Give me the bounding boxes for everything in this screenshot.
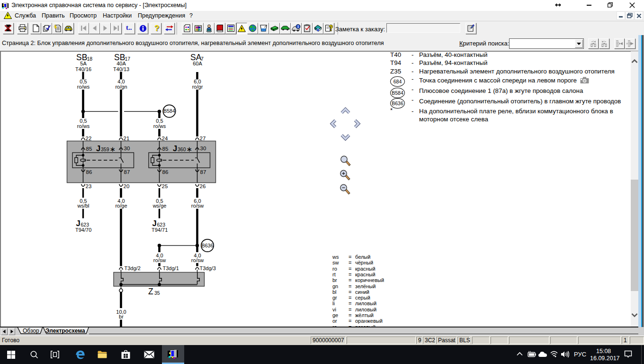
- svg-text:25: 25: [162, 183, 168, 189]
- svg-text:35: 35: [154, 290, 160, 296]
- svg-text:ws/ge: ws/ge: [152, 203, 167, 209]
- svg-text:21: 21: [124, 136, 130, 141]
- svg-text:Электросхема: Электросхема: [45, 328, 85, 334]
- svg-text:ro/gr: ro/gr: [192, 84, 203, 90]
- svg-text:30: 30: [200, 146, 206, 151]
- svg-text:ro/ge: ro/ge: [115, 203, 127, 209]
- svg-text:J: J: [96, 144, 100, 153]
- svg-text:T3dg/2: T3dg/2: [125, 265, 141, 271]
- svg-text:86: 86: [162, 169, 169, 175]
- svg-text:J: J: [152, 219, 157, 228]
- svg-text:T40/16: T40/16: [75, 66, 91, 72]
- svg-text:B636: B636: [202, 243, 214, 248]
- svg-text:J: J: [173, 144, 177, 153]
- svg-text:85: 85: [162, 146, 169, 152]
- svg-text:T94/71: T94/71: [152, 227, 168, 233]
- svg-text:ws/bl: ws/bl: [77, 203, 89, 209]
- svg-text:5A: 5A: [80, 61, 87, 66]
- svg-text:ro/sw: ro/sw: [153, 257, 166, 263]
- svg-text:B584: B584: [163, 108, 175, 114]
- svg-text:ro/sw: ro/sw: [191, 257, 204, 263]
- svg-text:22: 22: [86, 136, 92, 141]
- svg-text:24: 24: [162, 136, 168, 141]
- svg-text:Обзор: Обзор: [23, 328, 39, 334]
- svg-text:ro/ws: ro/ws: [153, 123, 166, 129]
- svg-text:Z: Z: [148, 287, 153, 296]
- svg-text:87: 87: [124, 169, 130, 175]
- svg-text:85: 85: [86, 146, 92, 152]
- svg-text:∗: ∗: [110, 145, 116, 153]
- svg-text:86: 86: [86, 169, 92, 175]
- svg-text:br: br: [119, 314, 124, 319]
- svg-text:∗: ∗: [187, 145, 193, 153]
- svg-text:30: 30: [124, 146, 130, 151]
- svg-text:27: 27: [200, 136, 206, 141]
- svg-text:T94/70: T94/70: [75, 227, 91, 233]
- svg-text:23: 23: [86, 183, 92, 189]
- svg-text:T40/13: T40/13: [113, 66, 129, 72]
- svg-text:J: J: [76, 219, 80, 228]
- svg-text:T3dg/3: T3dg/3: [200, 265, 216, 271]
- svg-text:T3dg/1: T3dg/1: [163, 265, 179, 271]
- svg-text:60A: 60A: [193, 61, 202, 66]
- svg-text:359: 359: [101, 146, 109, 152]
- svg-text:ro/ws: ro/ws: [77, 123, 90, 129]
- svg-text:ro/ws: ro/ws: [77, 84, 90, 90]
- svg-text:40A: 40A: [116, 61, 126, 66]
- svg-text:26: 26: [200, 183, 206, 189]
- svg-text:87: 87: [200, 169, 206, 175]
- svg-text:ro/gn: ro/gn: [115, 84, 127, 90]
- svg-text:18: 18: [87, 56, 93, 62]
- svg-text:20: 20: [124, 183, 130, 189]
- svg-text:ro/sw: ro/sw: [191, 203, 204, 209]
- svg-text:360: 360: [178, 146, 186, 152]
